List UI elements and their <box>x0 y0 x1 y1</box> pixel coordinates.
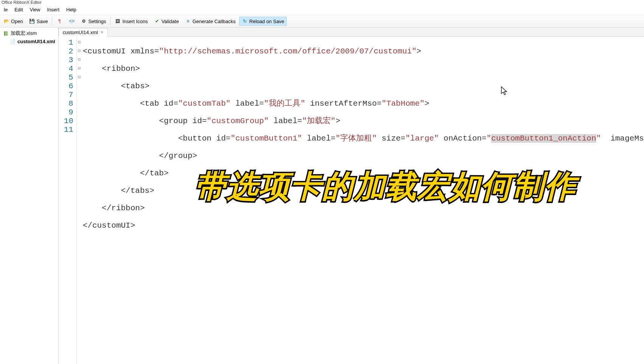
line-number-gutter: 1 2 3 4 5 6 7 8 9 10 11 <box>59 37 77 364</box>
open-label: Open <box>11 19 23 24</box>
gear-icon: ⚙ <box>81 18 87 24</box>
line-number: 6 <box>64 82 73 91</box>
icon-only-button-1[interactable]: ¶ <box>54 17 65 26</box>
separator <box>110 17 110 25</box>
code-line: </group> <box>83 152 644 160</box>
list-icon: ≡ <box>185 18 191 24</box>
line-number: 1 <box>64 38 73 47</box>
settings-label: Settings <box>88 19 106 24</box>
tab-strip: customUI14.xml ✕ <box>59 28 644 37</box>
reload-on-save-button[interactable]: ↻ Reload on Save <box>239 17 287 26</box>
tree-panel: 📗 加载宏.xlsm 📄 customUI14.xml <box>0 28 59 364</box>
code-line: </customUI> <box>83 221 644 230</box>
line-number: 2 <box>64 47 73 56</box>
reload-label: Reload on Save <box>249 19 285 24</box>
code-line: </tab> <box>83 169 644 178</box>
toolbar: 📂 Open 💾 Save ¶ <> ⚙ Settings 🖼 Insert I… <box>0 15 644 28</box>
line-number: 3 <box>64 56 73 64</box>
fold-marker <box>77 99 82 108</box>
image-icon: 🖼 <box>115 18 121 24</box>
insert-icons-button[interactable]: 🖼 Insert Icons <box>112 17 150 26</box>
icon-only-button-2[interactable]: <> <box>66 17 77 26</box>
generate-callbacks-button[interactable]: ≡ Generate Callbacks <box>182 17 238 26</box>
code-line: <customUI xmlns="http://schemas.microsof… <box>83 47 644 56</box>
line-number: 4 <box>64 64 73 73</box>
separator <box>52 17 52 25</box>
open-folder-icon: 📂 <box>3 18 9 24</box>
line-number: 9 <box>64 108 73 117</box>
fold-marker[interactable]: ⊟ <box>77 56 82 64</box>
fold-marker[interactable]: ⊟ <box>77 47 82 56</box>
fold-marker <box>77 108 82 117</box>
menu-file[interactable]: le <box>1 6 11 13</box>
menu-insert[interactable]: Insert <box>44 6 62 13</box>
save-disk-icon: 💾 <box>29 18 35 24</box>
save-label: Save <box>37 19 48 24</box>
window-title: Office RibbonX Editor <box>0 0 644 5</box>
code-line: <tabs> <box>83 82 644 91</box>
generate-callbacks-label: Generate Callbacks <box>193 19 236 24</box>
code-line: </ribbon> <box>83 204 644 212</box>
validate-label: Validate <box>162 19 179 24</box>
editor-area: customUI14.xml ✕ 1 2 3 4 5 6 7 8 9 10 11… <box>59 28 644 364</box>
save-button[interactable]: 💾 Save <box>26 17 51 26</box>
settings-button[interactable]: ⚙ Settings <box>78 17 109 26</box>
open-button[interactable]: 📂 Open <box>1 17 26 26</box>
code-editor[interactable]: 1 2 3 4 5 6 7 8 9 10 11 ⊟ ⊟ ⊟ ⊟ ⊟ <box>59 37 644 364</box>
tree-child-label: customUI14.xml <box>17 39 55 44</box>
tree-child-xml[interactable]: 📄 customUI14.xml <box>2 37 57 45</box>
menu-edit[interactable]: Edit <box>11 6 26 13</box>
fold-marker[interactable]: ⊟ <box>77 73 82 82</box>
menu-bar: le Edit View Insert Help <box>0 5 644 15</box>
line-number: 8 <box>64 99 73 108</box>
workspace: 📗 加载宏.xlsm 📄 customUI14.xml customUI14.x… <box>0 28 644 364</box>
code-line: <tab id="customTab" label="我的工具" insertA… <box>83 99 644 108</box>
check-icon: ✔ <box>154 18 160 24</box>
editor-tab-label: customUI14.xml <box>63 30 98 35</box>
fold-marker <box>77 125 82 134</box>
menu-view[interactable]: View <box>27 6 44 13</box>
tree-root-label: 加载宏.xlsm <box>11 30 37 37</box>
code-content[interactable]: <customUI xmlns="http://schemas.microsof… <box>82 37 644 364</box>
menu-help[interactable]: Help <box>63 6 79 13</box>
code-line: <ribbon> <box>83 64 644 73</box>
tree-root-file[interactable]: 📗 加载宏.xlsm <box>2 29 57 37</box>
fold-marker <box>77 91 82 99</box>
fold-marker[interactable]: ⊟ <box>77 64 82 73</box>
line-number: 11 <box>64 125 73 134</box>
excel-file-icon: 📗 <box>3 30 9 36</box>
selected-text: customButton1_onAction <box>491 134 596 143</box>
code-line: <button id="customButton1" label="字体加粗" … <box>83 134 644 143</box>
reload-icon: ↻ <box>242 18 248 24</box>
validate-button[interactable]: ✔ Validate <box>151 17 182 26</box>
fold-marker <box>77 117 82 125</box>
line-number: 5 <box>64 73 73 82</box>
code-line: <group id="customGroup" label="加载宏"> <box>83 117 644 125</box>
pilcrow-icon: ¶ <box>56 18 62 24</box>
line-number: 10 <box>64 117 73 125</box>
fold-marker <box>77 82 82 91</box>
fold-marker[interactable]: ⊟ <box>77 38 82 47</box>
insert-icons-label: Insert Icons <box>122 19 148 24</box>
editor-tab[interactable]: customUI14.xml ✕ <box>59 28 108 37</box>
xml-file-icon: 📄 <box>10 38 16 44</box>
close-tab-icon[interactable]: ✕ <box>100 30 104 35</box>
code-line: </tabs> <box>83 186 644 195</box>
fold-gutter: ⊟ ⊟ ⊟ ⊟ ⊟ <box>77 37 82 364</box>
code-brackets-icon: <> <box>68 18 75 24</box>
line-number: 7 <box>64 91 73 99</box>
